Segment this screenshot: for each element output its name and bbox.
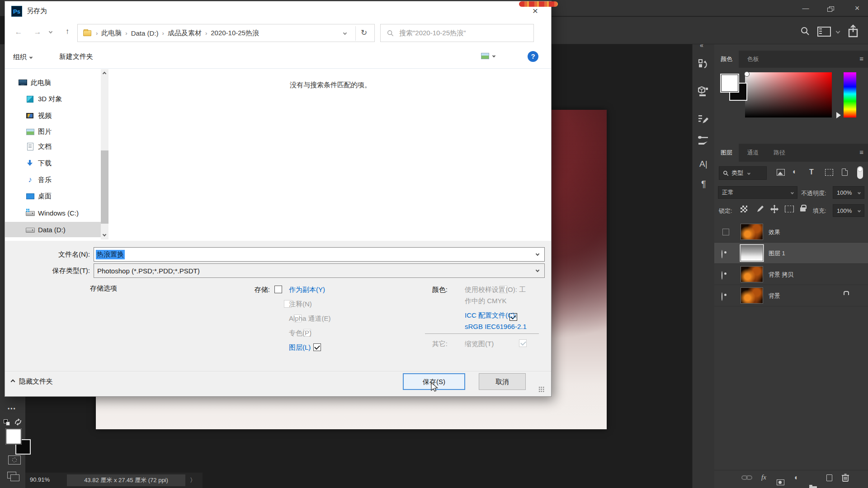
color-panel-menu-icon[interactable]: ≡ [859, 55, 863, 62]
scroll-up-arrow[interactable] [103, 72, 106, 75]
layer-thumbnail[interactable] [741, 266, 763, 282]
panel-3d-icon[interactable] [698, 86, 709, 98]
refresh-button[interactable]: ↻ [361, 28, 367, 38]
filter-toggle-switch[interactable] [857, 166, 863, 179]
swap-colors-icon[interactable] [14, 418, 23, 427]
breadcrumb-materials[interactable]: 成品及素材 [164, 29, 205, 38]
tab-channels[interactable]: 通道 [741, 144, 765, 162]
layer-row-layer1[interactable]: 图层 1 [714, 243, 868, 264]
minimize-button[interactable]: — [795, 0, 816, 16]
close-window-button[interactable]: × [846, 0, 868, 16]
link-layers-icon[interactable] [741, 474, 752, 481]
lock-position-icon[interactable] [769, 204, 779, 214]
sidebar-item-this-pc[interactable]: 此电脑 [5, 75, 101, 90]
checkbox-layers[interactable] [313, 343, 321, 351]
visibility-empty-box[interactable] [722, 229, 729, 235]
icc-profile-label-line1[interactable]: ICC 配置文件(C): [465, 311, 517, 320]
breadcrumb-current-folder[interactable]: 2020-10-25热浪 [207, 29, 263, 38]
layer-thumbnail[interactable] [741, 245, 763, 261]
workspace-icon[interactable] [817, 27, 831, 37]
sidebar-item-3d-objects[interactable]: 3D 对象 [5, 91, 101, 107]
color-gradient-field[interactable] [745, 72, 832, 117]
fill-dropdown[interactable]: 100% [833, 204, 864, 217]
tab-paths[interactable]: 路径 [767, 144, 792, 162]
sidebar-item-downloads[interactable]: 下载 [5, 155, 101, 171]
help-button[interactable]: ? [528, 51, 538, 62]
blend-mode-dropdown[interactable]: 正常 [718, 186, 797, 199]
filter-type-layers-icon[interactable]: T [809, 168, 814, 176]
filename-input[interactable]: 热浪置换 [94, 247, 545, 262]
lock-artboard-icon[interactable] [785, 206, 794, 212]
more-tools-icon[interactable]: ••• [8, 406, 21, 413]
delete-layer-icon[interactable] [842, 474, 849, 482]
tab-color[interactable]: 颜色 [714, 51, 739, 68]
zoom-level[interactable]: 90.91% [30, 476, 50, 483]
hide-folders-button[interactable]: 隐藏文件夹 [11, 377, 53, 386]
address-bar[interactable]: › 此电脑 › Data (D:) › 成品及素材 › 2020-10-25热浪… [77, 24, 375, 42]
filename-dropdown-chevron[interactable] [536, 252, 539, 256]
new-folder-button[interactable]: 新建文件夹 [59, 52, 93, 61]
lock-paint-icon[interactable] [755, 205, 764, 214]
sidebar-item-desktop[interactable]: 桌面 [5, 188, 101, 204]
layer-row-effects[interactable]: 效果 [714, 221, 868, 243]
tab-layers[interactable]: 图层 [714, 144, 739, 162]
sidebar-item-data-d[interactable]: Data (D:) [5, 222, 101, 237]
visibility-eye-icon[interactable] [722, 292, 722, 301]
filter-pixel-layers-icon[interactable] [777, 169, 785, 176]
panel-foreground-swatch[interactable] [720, 74, 739, 93]
quick-mask-icon[interactable] [8, 455, 21, 465]
layer-style-icon[interactable]: fx [761, 474, 766, 481]
layer-name[interactable]: 效果 [769, 228, 780, 236]
sidebar-scrollbar[interactable] [101, 69, 108, 239]
tab-swatches[interactable]: 色板 [741, 51, 765, 68]
foreground-color-swatch[interactable] [5, 428, 22, 445]
breadcrumb-this-pc[interactable]: 此电脑 [98, 29, 125, 38]
share-icon[interactable] [847, 24, 859, 38]
color-picker-ring[interactable] [744, 71, 750, 77]
add-mask-icon[interactable] [777, 479, 784, 485]
lock-transparent-icon[interactable] [741, 206, 747, 212]
filter-shape-layers-icon[interactable] [825, 169, 833, 176]
panel-history-icon[interactable] [698, 59, 709, 70]
opacity-dropdown[interactable]: 100% [833, 186, 864, 199]
as-copy-label[interactable]: 作为副本(Y) [289, 286, 325, 294]
sidebar-item-music[interactable]: ♪音乐 [5, 172, 101, 188]
forward-button[interactable]: → [31, 26, 44, 38]
icc-profile-label-line2[interactable]: sRGB IEC61966-2.1 [465, 323, 527, 330]
new-adjustment-layer-icon[interactable]: ◐ [794, 474, 799, 482]
restore-button[interactable] [821, 5, 842, 16]
back-button[interactable]: ← [12, 26, 25, 38]
new-group-icon[interactable] [809, 486, 817, 488]
layer-name[interactable]: 图层 1 [769, 249, 785, 258]
address-dropdown-chevron[interactable] [343, 31, 347, 35]
layer-name[interactable]: 背景 [769, 292, 780, 300]
layer-name[interactable]: 背景 拷贝 [769, 271, 794, 279]
sidebar-item-windows-c[interactable]: Windows (C:) [5, 205, 101, 221]
layer-thumbnail[interactable] [741, 224, 763, 240]
layer-row-background[interactable]: 背景 [714, 285, 868, 306]
organize-button[interactable]: 组织 [13, 47, 32, 67]
panel-paragraph-icon[interactable]: ¶ [701, 179, 706, 189]
layer-filter-dropdown[interactable]: 类型 [719, 166, 767, 180]
panel-brushes-icon[interactable] [698, 135, 709, 146]
search-box[interactable]: 搜索"2020-10-25热浪" [380, 24, 534, 42]
layer-thumbnail[interactable] [741, 287, 763, 304]
lock-all-icon[interactable] [800, 207, 806, 211]
sidebar-item-pictures[interactable]: 图片 [5, 124, 101, 139]
new-layer-icon[interactable] [826, 474, 832, 481]
breadcrumb-drive-d[interactable]: Data (D:) [127, 29, 162, 37]
hue-strip[interactable] [844, 72, 856, 117]
view-mode-button[interactable] [481, 52, 495, 59]
layers-panel-menu-icon[interactable]: ≡ [859, 148, 863, 156]
visibility-eye-icon[interactable] [722, 250, 722, 258]
sidebar-item-videos[interactable]: 视频 [5, 108, 101, 123]
hue-slider-arrow[interactable] [836, 112, 841, 118]
filter-adjustment-icon[interactable]: ◐ [793, 168, 797, 176]
panel-character-icon[interactable]: A| [699, 159, 708, 169]
recent-locations-chevron[interactable] [49, 30, 52, 33]
filter-smart-object-icon[interactable] [842, 169, 848, 176]
filetype-dropdown-chevron[interactable] [536, 268, 539, 272]
filetype-select[interactable]: Photoshop (*.PSD;*.PDD;*.PSDT) [94, 263, 545, 278]
scrollbar-thumb[interactable] [101, 150, 108, 224]
scroll-down-arrow[interactable] [103, 233, 106, 236]
